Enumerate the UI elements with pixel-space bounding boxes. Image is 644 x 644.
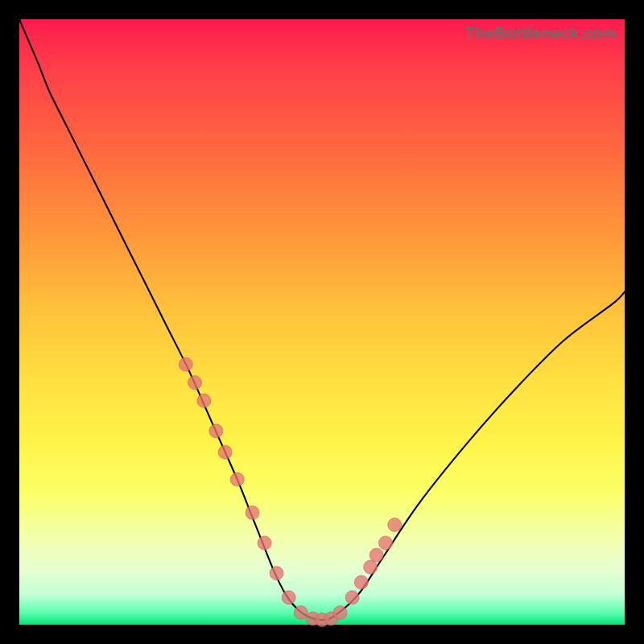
marker-dot	[364, 560, 378, 574]
chart-svg	[19, 19, 625, 625]
marker-dot	[218, 445, 232, 459]
marker-dot	[378, 536, 392, 550]
marker-dot	[270, 567, 283, 580]
marker-dot	[188, 376, 202, 390]
marker-dot	[179, 357, 192, 371]
marker-dot	[197, 394, 211, 407]
chart-plot-area: TheBottleneck.com	[19, 19, 625, 625]
marker-dot	[246, 506, 259, 519]
marker-dot	[209, 424, 223, 438]
marker-dot	[354, 576, 368, 589]
marker-dot	[258, 536, 271, 550]
bottleneck-curve	[19, 19, 625, 620]
marker-dot	[333, 605, 347, 619]
marker-dot	[388, 518, 402, 531]
marker-dot	[294, 605, 308, 619]
marker-dot	[369, 548, 383, 562]
marker-dot	[345, 591, 359, 605]
marker-group	[179, 357, 401, 626]
marker-dot	[230, 473, 244, 486]
marker-dot	[282, 591, 295, 605]
